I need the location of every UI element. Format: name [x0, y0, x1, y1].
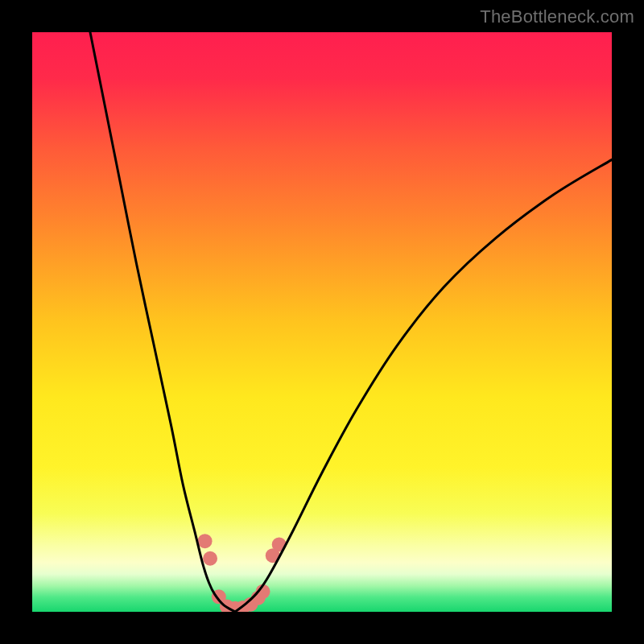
- sample-point: [198, 534, 213, 548]
- sample-point: [203, 551, 217, 566]
- watermark-label: TheBottleneck.com: [480, 6, 634, 27]
- background-gradient: [32, 32, 612, 612]
- bottleneck-chart: [32, 32, 612, 612]
- chart-frame: TheBottleneck.com: [0, 0, 644, 644]
- plot-area: [32, 32, 612, 612]
